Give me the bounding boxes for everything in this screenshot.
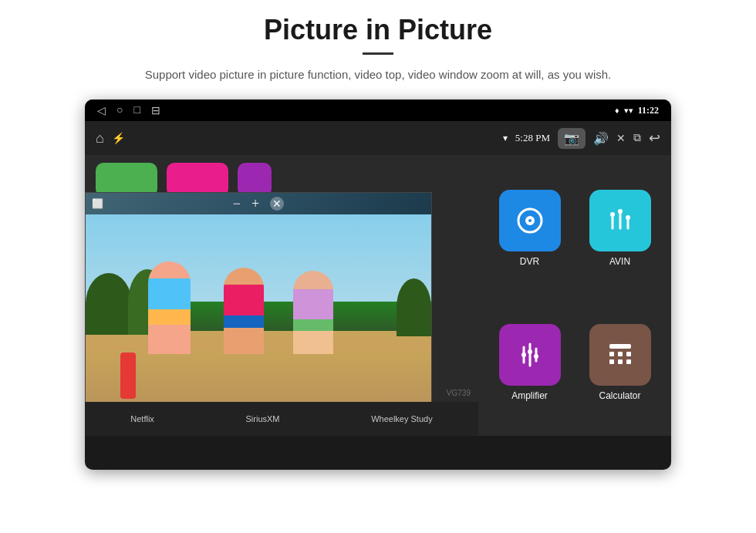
title-divider [363, 52, 393, 55]
label-siriusxm: SiriusXM [246, 414, 280, 423]
avin-icon[interactable] [589, 190, 651, 251]
person-2 [224, 268, 264, 354]
label-netflix: Netflix [130, 414, 154, 423]
person-3 [293, 271, 333, 354]
bottom-labels: Netflix SiriusXM Wheelkey Study [85, 402, 478, 436]
pip-scene [86, 214, 431, 409]
tree-3 [397, 278, 431, 336]
label-wheelkey: Wheelkey Study [371, 414, 432, 423]
dvr-label: DVR [520, 256, 539, 267]
svg-rect-19 [609, 359, 614, 364]
status-bar-left: ◁ ○ □ ⊟ [97, 104, 160, 117]
toolbar-right: ▾ 5:28 PM 📷 🔊 ✕ ⧉ ↩ [503, 128, 660, 149]
svg-rect-21 [626, 359, 631, 364]
tree-1 [86, 273, 132, 335]
svg-point-8 [626, 215, 630, 220]
amplifier-label: Amplifier [511, 390, 548, 401]
page-container: Picture in Picture Support video picture… [0, 0, 756, 470]
dvr-icon-svg [515, 205, 545, 236]
avin-icon-svg [606, 207, 634, 234]
svg-rect-18 [626, 352, 631, 356]
pip-window[interactable]: ⬜ − + ✕ [85, 192, 432, 431]
red-element [120, 353, 136, 399]
wheelkey-label: Wheelkey Study [371, 414, 432, 423]
siriusxm-label: SiriusXM [246, 414, 280, 423]
back-toolbar-icon[interactable]: ↩ [649, 130, 660, 147]
pip-close-btn[interactable]: ✕ [270, 197, 284, 211]
status-time: 11:22 [638, 105, 659, 116]
pip-maximize-btn[interactable]: + [251, 196, 259, 212]
svg-point-7 [618, 209, 623, 214]
left-panel: ⬜ − + ✕ [85, 155, 478, 436]
svg-rect-15 [609, 344, 631, 349]
location-icon: ♦ [615, 106, 619, 115]
calculator-label: Calculator [599, 390, 640, 401]
calculator-icon-svg [606, 341, 634, 369]
status-bar-right: ♦ ▾▾ 11:22 [615, 105, 659, 116]
netflix-label: Netflix [130, 414, 154, 423]
close-toolbar-icon[interactable]: ✕ [616, 132, 626, 145]
amplifier-icon-svg [516, 341, 544, 369]
app-card-calculator[interactable]: Calculator [575, 295, 665, 430]
app-card-dvr[interactable]: DVR [484, 161, 575, 295]
app-toolbar: ⌂ ⚡ ▾ 5:28 PM 📷 🔊 ✕ ⧉ ↩ [85, 121, 671, 155]
pip-top-bar: ⬜ − + ✕ [86, 193, 431, 214]
pip-minimize-btn[interactable]: − [233, 196, 241, 212]
right-panel: DVR AVIN [478, 155, 671, 436]
svg-rect-16 [609, 352, 614, 356]
status-bar: ◁ ○ □ ⊟ ♦ ▾▾ 11:22 [85, 100, 671, 121]
usb-icon[interactable]: ⚡ [112, 132, 125, 145]
svg-rect-20 [618, 359, 623, 364]
svg-point-14 [534, 354, 538, 359]
back-nav-icon[interactable]: ◁ [97, 104, 106, 117]
menu-nav-icon[interactable]: ⊟ [151, 104, 160, 117]
recent-nav-icon[interactable]: □ [133, 104, 140, 116]
volume-icon[interactable]: 🔊 [593, 131, 609, 146]
page-title: Picture in Picture [264, 14, 492, 46]
avin-label: AVIN [609, 256, 630, 267]
device-frame: ◁ ○ □ ⊟ ♦ ▾▾ 11:22 ⌂ ⚡ ▾ 5:28 PM 📷 🔊 [85, 100, 671, 470]
home-nav-icon[interactable]: ○ [116, 104, 123, 116]
wifi-toolbar-icon: ▾ [503, 133, 508, 144]
calculator-icon[interactable] [589, 324, 651, 386]
svg-rect-17 [618, 352, 623, 356]
app-card-amplifier[interactable]: Amplifier [484, 295, 575, 430]
pip-video-content [86, 214, 431, 409]
wifi-icon: ▾▾ [624, 106, 633, 116]
svg-point-2 [528, 219, 532, 222]
page-subtitle: Support video picture in picture functio… [145, 66, 611, 84]
ground [86, 350, 431, 409]
person-1 [148, 261, 191, 354]
watermark: VG739 [447, 389, 471, 397]
home-icon[interactable]: ⌂ [96, 130, 104, 147]
main-area: ⬜ − + ✕ [85, 155, 671, 436]
pip-controls: − + ✕ [86, 193, 431, 214]
toolbar-left: ⌂ ⚡ [96, 130, 125, 147]
camera-button[interactable]: 📷 [558, 128, 586, 149]
svg-point-13 [528, 349, 532, 354]
app-card-avin[interactable]: AVIN [575, 161, 665, 295]
dvr-icon[interactable] [499, 190, 561, 251]
svg-point-12 [521, 353, 526, 357]
amplifier-icon[interactable] [499, 324, 561, 386]
toolbar-time: 5:28 PM [515, 132, 550, 144]
svg-point-6 [610, 212, 615, 217]
pip-toolbar-icon[interactable]: ⧉ [633, 132, 641, 144]
